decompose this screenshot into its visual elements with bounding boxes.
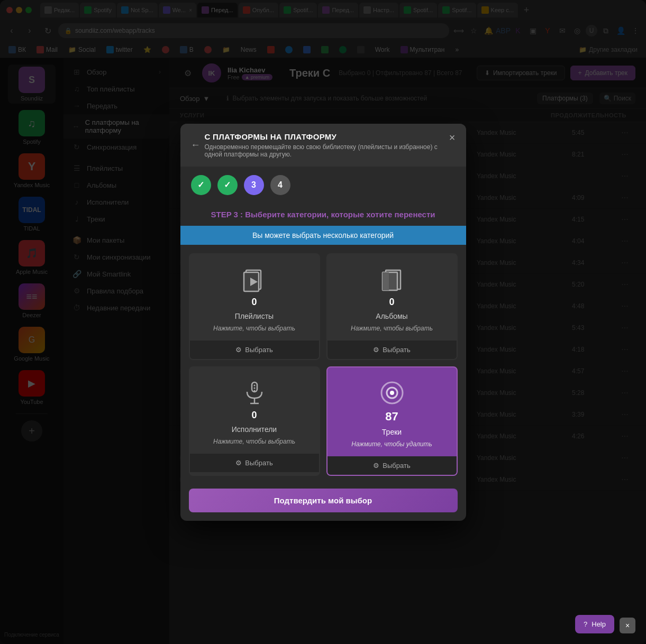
info-bar: Вы можете выбрать несколько категорий: [180, 226, 466, 245]
svg-rect-5: [383, 272, 389, 290]
tracks-hint: Нажмите, чтобы удалить: [351, 440, 432, 448]
tracks-action[interactable]: ⚙ Выбрать: [327, 456, 457, 475]
artist-icon: [242, 380, 267, 406]
albums-hint: Нажмите, чтобы выбрать: [351, 325, 433, 332]
transfer-dialog: ← С ПЛАТФОРМЫ НА ПЛАТФОРМУ Одновременно …: [180, 124, 466, 521]
albums-action-label: Выбрать: [383, 346, 410, 354]
tracks-name: Треки: [382, 428, 402, 436]
step-1-indicator[interactable]: ✓: [191, 175, 211, 195]
step-2-indicator[interactable]: ✓: [217, 175, 238, 195]
playlists-card-content: 0 Плейлисты Нажмите, чтобы выбрать: [190, 254, 319, 341]
playlists-hint: Нажмите, чтобы выбрать: [213, 325, 295, 332]
category-tracks-card[interactable]: 87 Треки Нажмите, чтобы удалить ⚙ Выбрат…: [326, 366, 458, 476]
svg-point-14: [390, 391, 394, 395]
step-indicators: ✓ ✓ 3 4: [180, 167, 466, 204]
tracks-action-label: Выбрать: [383, 462, 410, 470]
album-icon: [379, 267, 405, 292]
step-4-indicator[interactable]: 4: [270, 175, 290, 195]
svg-point-9: [253, 384, 255, 386]
category-playlists-card[interactable]: 0 Плейлисты Нажмите, чтобы выбрать ⚙ Выб…: [189, 253, 320, 360]
playlist-icon: [242, 267, 267, 292]
albums-count: 0: [389, 297, 394, 308]
artists-action-label: Выбрать: [245, 459, 272, 467]
artists-name: Исполнители: [232, 425, 277, 434]
albums-gear-icon: ⚙: [373, 346, 379, 354]
category-albums-card[interactable]: 0 Альбомы Нажмите, чтобы выбрать ⚙ Выбра…: [326, 253, 458, 360]
dialog-subtitle: Одновременно перемещайте всю свою библио…: [205, 143, 449, 158]
svg-point-11: [253, 390, 255, 391]
svg-point-10: [253, 387, 255, 389]
playlists-action[interactable]: ⚙ Выбрать: [190, 341, 319, 359]
help-close-button[interactable]: ×: [620, 618, 635, 633]
dialog-close-button[interactable]: ×: [449, 132, 456, 143]
help-label: Help: [592, 620, 606, 628]
albums-card-content: 0 Альбомы Нажмите, чтобы выбрать: [327, 254, 457, 341]
tracks-card-content: 87 Треки Нажмите, чтобы удалить: [327, 367, 457, 456]
browser-window: Редак... Spotify Not Sp... We... × Перед…: [0, 0, 646, 644]
dialog-overlay: ← С ПЛАТФОРМЫ НА ПЛАТФОРМУ Одновременно …: [0, 0, 646, 644]
dialog-title: С ПЛАТФОРМЫ НА ПЛАТФОРМУ: [205, 132, 449, 141]
albums-name: Альбомы: [376, 312, 407, 320]
playlists-count: 0: [251, 297, 257, 308]
playlists-gear-icon: ⚙: [235, 346, 242, 354]
category-artists-card[interactable]: 0 Исполнители Нажмите, чтобы выбрать ⚙ В…: [189, 366, 320, 476]
confirm-button[interactable]: Подтвердить мой выбор: [189, 489, 458, 512]
artists-card-content: 0 Исполнители Нажмите, чтобы выбрать: [190, 367, 319, 454]
back-arrow-button[interactable]: ←: [191, 140, 201, 151]
artists-count: 0: [251, 410, 257, 421]
dialog-back: ← С ПЛАТФОРМЫ НА ПЛАТФОРМУ Одновременно …: [191, 132, 449, 158]
playlists-name: Плейлисты: [235, 312, 274, 320]
tracks-gear-icon: ⚙: [373, 462, 379, 470]
tracks-count: 87: [385, 410, 398, 424]
playlists-action-label: Выбрать: [245, 346, 272, 354]
artists-gear-icon: ⚙: [235, 459, 242, 467]
dialog-header: ← С ПЛАТФОРМЫ НА ПЛАТФОРМУ Одновременно …: [180, 124, 466, 167]
category-grid: 0 Плейлисты Нажмите, чтобы выбрать ⚙ Выб…: [180, 245, 466, 484]
step-label-text: STEP 3 : Выберите категории, которые хот…: [211, 210, 435, 219]
step-label: STEP 3 : Выберите категории, которые хот…: [180, 204, 466, 226]
artists-hint: Нажмите, чтобы выбрать: [213, 438, 295, 445]
track-icon: [379, 380, 405, 406]
dialog-title-block: С ПЛАТФОРМЫ НА ПЛАТФОРМУ Одновременно пе…: [205, 132, 449, 158]
help-question-icon: ?: [584, 620, 587, 628]
help-button[interactable]: ? Help: [575, 615, 614, 633]
step-3-indicator[interactable]: 3: [244, 175, 264, 195]
artists-action[interactable]: ⚙ Выбрать: [190, 454, 319, 472]
albums-action[interactable]: ⚙ Выбрать: [327, 341, 457, 359]
